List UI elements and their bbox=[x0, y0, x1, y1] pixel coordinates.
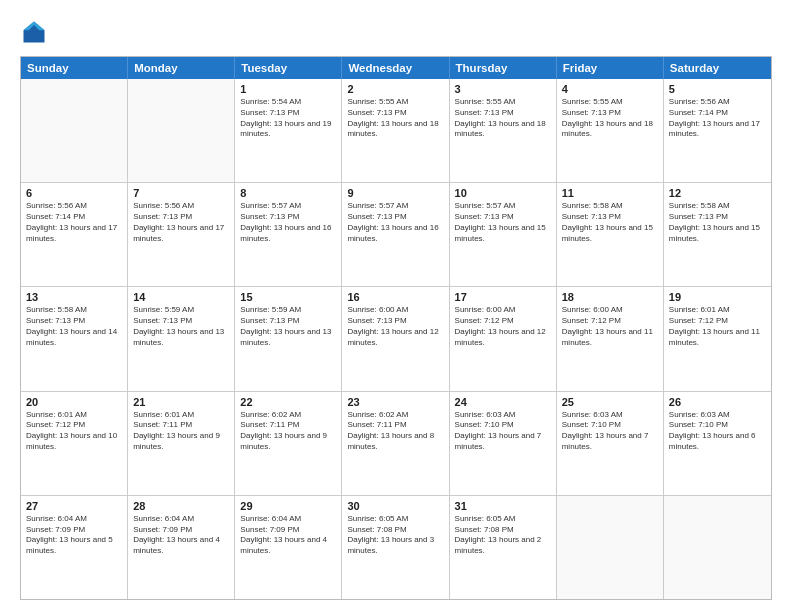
cell-details: Sunrise: 6:04 AM Sunset: 7:09 PM Dayligh… bbox=[133, 514, 229, 557]
day-number: 30 bbox=[347, 500, 443, 512]
cell-details: Sunrise: 6:05 AM Sunset: 7:08 PM Dayligh… bbox=[455, 514, 551, 557]
day-number: 21 bbox=[133, 396, 229, 408]
calendar-cell: 16Sunrise: 6:00 AM Sunset: 7:13 PM Dayli… bbox=[342, 287, 449, 390]
cell-details: Sunrise: 6:03 AM Sunset: 7:10 PM Dayligh… bbox=[562, 410, 658, 453]
cell-details: Sunrise: 5:55 AM Sunset: 7:13 PM Dayligh… bbox=[347, 97, 443, 140]
day-number: 15 bbox=[240, 291, 336, 303]
calendar-cell: 30Sunrise: 6:05 AM Sunset: 7:08 PM Dayli… bbox=[342, 496, 449, 599]
day-number: 16 bbox=[347, 291, 443, 303]
day-number: 1 bbox=[240, 83, 336, 95]
calendar-cell: 6Sunrise: 5:56 AM Sunset: 7:14 PM Daylig… bbox=[21, 183, 128, 286]
calendar-cell: 27Sunrise: 6:04 AM Sunset: 7:09 PM Dayli… bbox=[21, 496, 128, 599]
calendar-body: 1Sunrise: 5:54 AM Sunset: 7:13 PM Daylig… bbox=[21, 79, 771, 599]
calendar: SundayMondayTuesdayWednesdayThursdayFrid… bbox=[20, 56, 772, 600]
day-number: 29 bbox=[240, 500, 336, 512]
cell-details: Sunrise: 6:05 AM Sunset: 7:08 PM Dayligh… bbox=[347, 514, 443, 557]
calendar-cell bbox=[21, 79, 128, 182]
calendar-cell: 10Sunrise: 5:57 AM Sunset: 7:13 PM Dayli… bbox=[450, 183, 557, 286]
calendar-cell: 26Sunrise: 6:03 AM Sunset: 7:10 PM Dayli… bbox=[664, 392, 771, 495]
day-number: 24 bbox=[455, 396, 551, 408]
calendar-row: 6Sunrise: 5:56 AM Sunset: 7:14 PM Daylig… bbox=[21, 182, 771, 286]
calendar-header: SundayMondayTuesdayWednesdayThursdayFrid… bbox=[21, 57, 771, 79]
calendar-cell: 3Sunrise: 5:55 AM Sunset: 7:13 PM Daylig… bbox=[450, 79, 557, 182]
cell-details: Sunrise: 5:54 AM Sunset: 7:13 PM Dayligh… bbox=[240, 97, 336, 140]
calendar-cell bbox=[557, 496, 664, 599]
calendar-cell: 8Sunrise: 5:57 AM Sunset: 7:13 PM Daylig… bbox=[235, 183, 342, 286]
calendar-cell: 7Sunrise: 5:56 AM Sunset: 7:13 PM Daylig… bbox=[128, 183, 235, 286]
weekday-header: Sunday bbox=[21, 57, 128, 79]
calendar-cell: 22Sunrise: 6:02 AM Sunset: 7:11 PM Dayli… bbox=[235, 392, 342, 495]
cell-details: Sunrise: 5:56 AM Sunset: 7:13 PM Dayligh… bbox=[133, 201, 229, 244]
cell-details: Sunrise: 5:58 AM Sunset: 7:13 PM Dayligh… bbox=[26, 305, 122, 348]
logo-icon bbox=[20, 18, 48, 46]
cell-details: Sunrise: 5:57 AM Sunset: 7:13 PM Dayligh… bbox=[240, 201, 336, 244]
cell-details: Sunrise: 5:59 AM Sunset: 7:13 PM Dayligh… bbox=[240, 305, 336, 348]
cell-details: Sunrise: 6:04 AM Sunset: 7:09 PM Dayligh… bbox=[240, 514, 336, 557]
day-number: 27 bbox=[26, 500, 122, 512]
day-number: 22 bbox=[240, 396, 336, 408]
cell-details: Sunrise: 5:57 AM Sunset: 7:13 PM Dayligh… bbox=[347, 201, 443, 244]
calendar-cell: 25Sunrise: 6:03 AM Sunset: 7:10 PM Dayli… bbox=[557, 392, 664, 495]
calendar-cell: 11Sunrise: 5:58 AM Sunset: 7:13 PM Dayli… bbox=[557, 183, 664, 286]
day-number: 25 bbox=[562, 396, 658, 408]
day-number: 8 bbox=[240, 187, 336, 199]
calendar-cell bbox=[664, 496, 771, 599]
header bbox=[20, 18, 772, 46]
cell-details: Sunrise: 6:00 AM Sunset: 7:12 PM Dayligh… bbox=[562, 305, 658, 348]
cell-details: Sunrise: 5:55 AM Sunset: 7:13 PM Dayligh… bbox=[455, 97, 551, 140]
cell-details: Sunrise: 6:04 AM Sunset: 7:09 PM Dayligh… bbox=[26, 514, 122, 557]
day-number: 19 bbox=[669, 291, 766, 303]
cell-details: Sunrise: 5:58 AM Sunset: 7:13 PM Dayligh… bbox=[669, 201, 766, 244]
calendar-cell: 20Sunrise: 6:01 AM Sunset: 7:12 PM Dayli… bbox=[21, 392, 128, 495]
cell-details: Sunrise: 5:59 AM Sunset: 7:13 PM Dayligh… bbox=[133, 305, 229, 348]
cell-details: Sunrise: 6:03 AM Sunset: 7:10 PM Dayligh… bbox=[669, 410, 766, 453]
calendar-cell: 19Sunrise: 6:01 AM Sunset: 7:12 PM Dayli… bbox=[664, 287, 771, 390]
day-number: 26 bbox=[669, 396, 766, 408]
day-number: 20 bbox=[26, 396, 122, 408]
day-number: 9 bbox=[347, 187, 443, 199]
calendar-cell: 13Sunrise: 5:58 AM Sunset: 7:13 PM Dayli… bbox=[21, 287, 128, 390]
day-number: 23 bbox=[347, 396, 443, 408]
weekday-header: Friday bbox=[557, 57, 664, 79]
calendar-cell: 21Sunrise: 6:01 AM Sunset: 7:11 PM Dayli… bbox=[128, 392, 235, 495]
calendar-cell: 2Sunrise: 5:55 AM Sunset: 7:13 PM Daylig… bbox=[342, 79, 449, 182]
calendar-cell: 28Sunrise: 6:04 AM Sunset: 7:09 PM Dayli… bbox=[128, 496, 235, 599]
cell-details: Sunrise: 6:00 AM Sunset: 7:13 PM Dayligh… bbox=[347, 305, 443, 348]
calendar-cell: 18Sunrise: 6:00 AM Sunset: 7:12 PM Dayli… bbox=[557, 287, 664, 390]
cell-details: Sunrise: 5:57 AM Sunset: 7:13 PM Dayligh… bbox=[455, 201, 551, 244]
cell-details: Sunrise: 6:01 AM Sunset: 7:11 PM Dayligh… bbox=[133, 410, 229, 453]
calendar-cell: 12Sunrise: 5:58 AM Sunset: 7:13 PM Dayli… bbox=[664, 183, 771, 286]
calendar-row: 27Sunrise: 6:04 AM Sunset: 7:09 PM Dayli… bbox=[21, 495, 771, 599]
day-number: 6 bbox=[26, 187, 122, 199]
calendar-cell: 31Sunrise: 6:05 AM Sunset: 7:08 PM Dayli… bbox=[450, 496, 557, 599]
calendar-cell: 24Sunrise: 6:03 AM Sunset: 7:10 PM Dayli… bbox=[450, 392, 557, 495]
day-number: 31 bbox=[455, 500, 551, 512]
cell-details: Sunrise: 6:02 AM Sunset: 7:11 PM Dayligh… bbox=[347, 410, 443, 453]
cell-details: Sunrise: 5:56 AM Sunset: 7:14 PM Dayligh… bbox=[26, 201, 122, 244]
weekday-header: Saturday bbox=[664, 57, 771, 79]
cell-details: Sunrise: 6:00 AM Sunset: 7:12 PM Dayligh… bbox=[455, 305, 551, 348]
cell-details: Sunrise: 6:03 AM Sunset: 7:10 PM Dayligh… bbox=[455, 410, 551, 453]
day-number: 18 bbox=[562, 291, 658, 303]
calendar-cell: 9Sunrise: 5:57 AM Sunset: 7:13 PM Daylig… bbox=[342, 183, 449, 286]
calendar-cell bbox=[128, 79, 235, 182]
day-number: 12 bbox=[669, 187, 766, 199]
day-number: 14 bbox=[133, 291, 229, 303]
day-number: 28 bbox=[133, 500, 229, 512]
calendar-cell: 4Sunrise: 5:55 AM Sunset: 7:13 PM Daylig… bbox=[557, 79, 664, 182]
calendar-cell: 1Sunrise: 5:54 AM Sunset: 7:13 PM Daylig… bbox=[235, 79, 342, 182]
calendar-cell: 23Sunrise: 6:02 AM Sunset: 7:11 PM Dayli… bbox=[342, 392, 449, 495]
calendar-cell: 14Sunrise: 5:59 AM Sunset: 7:13 PM Dayli… bbox=[128, 287, 235, 390]
cell-details: Sunrise: 6:01 AM Sunset: 7:12 PM Dayligh… bbox=[26, 410, 122, 453]
day-number: 2 bbox=[347, 83, 443, 95]
day-number: 10 bbox=[455, 187, 551, 199]
cell-details: Sunrise: 5:58 AM Sunset: 7:13 PM Dayligh… bbox=[562, 201, 658, 244]
day-number: 3 bbox=[455, 83, 551, 95]
logo bbox=[20, 18, 52, 46]
calendar-cell: 29Sunrise: 6:04 AM Sunset: 7:09 PM Dayli… bbox=[235, 496, 342, 599]
page: SundayMondayTuesdayWednesdayThursdayFrid… bbox=[0, 0, 792, 612]
day-number: 13 bbox=[26, 291, 122, 303]
calendar-cell: 5Sunrise: 5:56 AM Sunset: 7:14 PM Daylig… bbox=[664, 79, 771, 182]
calendar-cell: 17Sunrise: 6:00 AM Sunset: 7:12 PM Dayli… bbox=[450, 287, 557, 390]
day-number: 4 bbox=[562, 83, 658, 95]
